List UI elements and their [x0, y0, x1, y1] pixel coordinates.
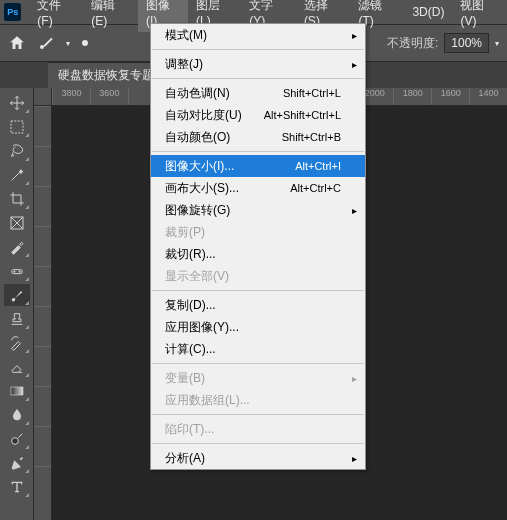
menu-item-shortcut: Alt+Ctrl+C — [290, 182, 341, 194]
menu-item-label: 计算(C)... — [165, 341, 216, 358]
menubar: Ps 文件(F) 编辑(E) 图像(I) 图层(L) 文字(Y) 选择(S) 滤… — [0, 0, 507, 24]
opacity-control: 不透明度: 100% ▾ — [387, 33, 499, 53]
ps-app-icon: Ps — [4, 3, 21, 21]
menu-item-label: 显示全部(V) — [165, 268, 229, 285]
chevron-down-icon[interactable]: ▾ — [66, 39, 70, 48]
tool-frame[interactable] — [4, 212, 30, 234]
menu-item-label: 裁切(R)... — [165, 246, 216, 263]
menu-item[interactable]: 自动颜色(O)Shift+Ctrl+B — [151, 126, 365, 148]
image-menu-dropdown: 模式(M)调整(J)自动色调(N)Shift+Ctrl+L自动对比度(U)Alt… — [150, 23, 366, 470]
menu-separator — [152, 363, 364, 364]
tool-move[interactable] — [4, 92, 30, 114]
menu-item-label: 复制(D)... — [165, 297, 216, 314]
ruler-tick: 1800 — [393, 88, 431, 105]
menu-item[interactable]: 图像大小(I)...Alt+Ctrl+I — [151, 155, 365, 177]
menu-3d[interactable]: 3D(D) — [404, 1, 452, 23]
menu-item: 应用数据组(L)... — [151, 389, 365, 411]
ruler-tick: 1600 — [431, 88, 469, 105]
menu-item-shortcut: Alt+Shift+Ctrl+L — [264, 109, 341, 121]
menu-item-label: 应用数据组(L)... — [165, 392, 250, 409]
tool-stamp[interactable] — [4, 308, 30, 330]
brush-preset-icon[interactable] — [38, 35, 54, 51]
menu-item-label: 自动颜色(O) — [165, 129, 230, 146]
menu-item[interactable]: 应用图像(Y)... — [151, 316, 365, 338]
tool-eraser[interactable] — [4, 356, 30, 378]
opacity-label: 不透明度: — [387, 35, 438, 52]
home-icon[interactable] — [8, 34, 26, 52]
tool-history-brush[interactable] — [4, 332, 30, 354]
menu-item-shortcut: Shift+Ctrl+L — [283, 87, 341, 99]
menu-separator — [152, 290, 364, 291]
menu-item-label: 调整(J) — [165, 56, 203, 73]
tool-brush[interactable] — [4, 284, 30, 306]
ruler-tick: 3800 — [52, 88, 90, 105]
svg-point-7 — [11, 438, 18, 445]
menu-item[interactable]: 调整(J) — [151, 53, 365, 75]
menu-item-label: 自动对比度(U) — [165, 107, 242, 124]
brush-dot-icon[interactable] — [82, 40, 88, 46]
document-tab[interactable]: 硬盘数据恢复专题 — [48, 62, 164, 88]
menu-item-shortcut: Shift+Ctrl+B — [282, 131, 341, 143]
toolbox — [0, 88, 34, 520]
menu-separator — [152, 443, 364, 444]
menu-item[interactable]: 裁切(R)... — [151, 243, 365, 265]
menu-item-label: 画布大小(S)... — [165, 180, 239, 197]
ruler-tick: 3600 — [90, 88, 128, 105]
tool-lasso[interactable] — [4, 140, 30, 162]
svg-point-4 — [13, 271, 14, 272]
tool-pen[interactable] — [4, 452, 30, 474]
svg-rect-1 — [11, 121, 23, 133]
menu-item[interactable]: 复制(D)... — [151, 294, 365, 316]
menu-edit[interactable]: 编辑(E) — [83, 0, 138, 32]
ruler-corner — [34, 88, 52, 106]
menu-item[interactable]: 分析(A) — [151, 447, 365, 469]
menu-item-label: 裁剪(P) — [165, 224, 205, 241]
menu-item-label: 自动色调(N) — [165, 85, 230, 102]
menu-item-label: 图像旋转(G) — [165, 202, 230, 219]
menu-file[interactable]: 文件(F) — [29, 0, 83, 32]
opacity-value[interactable]: 100% — [444, 33, 489, 53]
menu-item: 显示全部(V) — [151, 265, 365, 287]
menu-item[interactable]: 模式(M) — [151, 24, 365, 46]
chevron-down-icon[interactable]: ▾ — [495, 39, 499, 48]
tool-patch[interactable] — [4, 260, 30, 282]
menu-item: 陷印(T)... — [151, 418, 365, 440]
tool-crop[interactable] — [4, 188, 30, 210]
ruler-tick: 1400 — [469, 88, 507, 105]
menu-item-label: 陷印(T)... — [165, 421, 214, 438]
menu-item-label: 应用图像(Y)... — [165, 319, 239, 336]
tool-wand[interactable] — [4, 164, 30, 186]
svg-rect-6 — [11, 387, 23, 395]
menu-item-label: 图像大小(I)... — [165, 158, 234, 175]
menu-item-label: 分析(A) — [165, 450, 205, 467]
menu-item-shortcut: Alt+Ctrl+I — [295, 160, 341, 172]
menu-separator — [152, 151, 364, 152]
menu-item[interactable]: 自动对比度(U)Alt+Shift+Ctrl+L — [151, 104, 365, 126]
menu-item-label: 变量(B) — [165, 370, 205, 387]
tool-type[interactable] — [4, 476, 30, 498]
menu-item[interactable]: 画布大小(S)...Alt+Ctrl+C — [151, 177, 365, 199]
tool-blur[interactable] — [4, 404, 30, 426]
tool-gradient[interactable] — [4, 380, 30, 402]
menu-item[interactable]: 计算(C)... — [151, 338, 365, 360]
menu-item[interactable]: 图像旋转(G) — [151, 199, 365, 221]
svg-point-5 — [19, 271, 20, 272]
menu-separator — [152, 78, 364, 79]
menu-view[interactable]: 视图(V) — [452, 0, 507, 32]
menu-item-label: 模式(M) — [165, 27, 207, 44]
menu-separator — [152, 49, 364, 50]
menu-item[interactable]: 自动色调(N)Shift+Ctrl+L — [151, 82, 365, 104]
ruler-vertical — [34, 106, 52, 520]
tool-dodge[interactable] — [4, 428, 30, 450]
tool-eyedropper[interactable] — [4, 236, 30, 258]
menu-item: 变量(B) — [151, 367, 365, 389]
menu-item: 裁剪(P) — [151, 221, 365, 243]
menu-separator — [152, 414, 364, 415]
tool-marquee[interactable] — [4, 116, 30, 138]
